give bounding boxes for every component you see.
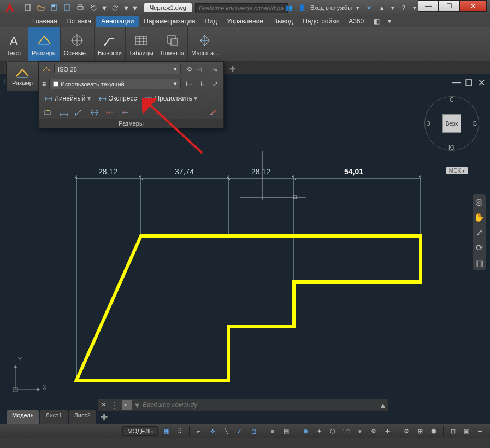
osnap-icon[interactable]: ◻ [248, 426, 259, 437]
dim-express-tool[interactable]: Экспресс [96, 93, 139, 103]
maximize-button[interactable]: ☐ [439, 0, 459, 12]
dimtool-5-icon[interactable] [104, 108, 115, 117]
help-icon[interactable]: ? [399, 3, 409, 13]
centerline-icon [69, 32, 85, 49]
dim-baseline-icon[interactable]: ⊦⊦ [184, 79, 194, 89]
exchange-icon[interactable]: ✕ [364, 3, 374, 13]
ribbon-centerline-button[interactable]: Осевые... [61, 27, 95, 61]
menu-featured-icon[interactable]: ◧ [371, 17, 382, 25]
search-input[interactable] [195, 3, 288, 13]
lineweight-icon[interactable]: ≡ [267, 426, 278, 437]
command-input[interactable] [143, 401, 377, 409]
cmd-recent-icon[interactable]: ▴ [381, 400, 385, 410]
dimtool-6-icon[interactable] [120, 108, 131, 117]
hardware-icon[interactable]: ⬢ [428, 426, 439, 437]
dynamic-ucs-icon[interactable]: ⬡ [327, 426, 338, 437]
a360-dropdown-icon[interactable]: ▾ [390, 4, 395, 11]
status-model-space[interactable]: МОДЕЛЬ [122, 426, 158, 436]
model-tab-layout2[interactable]: Лист2 [69, 410, 96, 424]
menu-insert[interactable]: Вставка [62, 16, 97, 27]
menu-manage[interactable]: Управление [222, 16, 268, 27]
infocenter-icon[interactable]: 👥 [284, 3, 294, 13]
dimstyle-dropdown[interactable]: ISO-25▾ [54, 64, 181, 74]
dimension-side-button[interactable]: Размер [6, 62, 39, 91]
undo-dropdown-icon[interactable]: ▾ [102, 3, 107, 13]
monitor-icon[interactable]: ⊞ [415, 426, 426, 437]
grid-icon[interactable]: ▦ [161, 426, 172, 437]
document-tab[interactable]: Чертеж1.dwg [144, 3, 192, 12]
menu-parametric[interactable]: Параметризация [139, 16, 200, 27]
ribbon-markup-button[interactable]: Пометка [157, 27, 188, 61]
menu-a360[interactable]: A360 [344, 16, 369, 27]
annoscale-dropdown-icon[interactable]: ▾ [355, 426, 365, 437]
model-tab-layout1[interactable]: Лист1 [40, 410, 67, 424]
help-dropdown-icon[interactable]: ▾ [412, 4, 417, 11]
dim-oblique-icon[interactable]: ⤢ [210, 79, 220, 89]
ribbon-leader-button[interactable]: Выноски [95, 27, 126, 61]
dim-space-icon[interactable]: ⊩ [197, 79, 207, 89]
app-logo[interactable] [0, 0, 20, 15]
annovis-icon[interactable]: ⚙ [368, 426, 379, 437]
iso-icon[interactable]: ╲ [221, 426, 232, 437]
polar-icon[interactable]: ✛ [207, 426, 218, 437]
dimtool-1-icon[interactable] [43, 108, 54, 117]
ribbon-text-button[interactable]: A Текст [0, 27, 28, 61]
snap-icon[interactable]: ⠿ [174, 426, 185, 437]
annoscale-label[interactable]: 1:1 [341, 426, 352, 437]
cmd-handle-icon[interactable]: ⋮ [110, 400, 119, 410]
signin-icon[interactable]: 👤 [297, 3, 307, 13]
print-icon[interactable] [75, 3, 85, 13]
open-icon[interactable] [36, 3, 46, 13]
otrack-icon[interactable]: ∠ [234, 426, 245, 437]
signin-dropdown-icon[interactable]: ▾ [355, 4, 361, 11]
cmd-close-icon[interactable]: ✕ [101, 401, 107, 409]
menu-home[interactable]: Главная [27, 16, 62, 27]
ribbon-dimension-button[interactable]: Размеры [28, 27, 61, 61]
model-tab-model[interactable]: Модель [7, 410, 39, 424]
redo-dropdown-icon[interactable]: ▾ [123, 3, 129, 13]
leader-icon [102, 32, 118, 49]
redo-icon[interactable] [110, 3, 120, 13]
dim-update-icon[interactable]: ⟲ [184, 64, 194, 74]
menu-addins[interactable]: Надстройки [298, 16, 344, 27]
dim-break-icon[interactable]: ⊣⊢ [197, 64, 207, 74]
isolate-icon[interactable]: ⊡ [447, 426, 458, 437]
dimtool-4-icon[interactable] [89, 108, 100, 117]
dim-linear-tool[interactable]: Линейный ▾ [42, 93, 93, 103]
menu-view[interactable]: Вид [200, 16, 222, 27]
close-button[interactable]: ✕ [459, 0, 487, 12]
annoauto-icon[interactable]: ✚ [382, 426, 393, 437]
a360-icon[interactable]: ▲ [377, 3, 387, 13]
cleanscreen-icon[interactable]: ▣ [461, 426, 472, 437]
3dosnap-icon[interactable]: ✦ [314, 426, 324, 437]
undo-icon[interactable] [88, 3, 98, 13]
dropdown-panel-title: Размеры [39, 119, 223, 128]
customize-icon[interactable]: ☰ [475, 426, 486, 437]
menu-annotate[interactable]: Аннотации [96, 16, 139, 27]
ribbon-scale-button[interactable]: Масшта... [188, 27, 222, 61]
ucs-x-label: X [43, 384, 46, 391]
signin-label[interactable]: Вход в службы [310, 4, 352, 11]
file-tab-add[interactable]: ✚ [226, 63, 239, 74]
ortho-icon[interactable]: ⌐ [193, 426, 204, 437]
new-icon[interactable] [23, 3, 33, 13]
dimlayer-dropdown[interactable]: Использовать текущий▾ [49, 79, 181, 89]
save-icon[interactable] [49, 3, 59, 13]
menu-expand-icon[interactable]: ▾ [384, 17, 395, 25]
cycling-icon[interactable]: ⊕ [300, 426, 311, 437]
transparency-icon[interactable]: ▤ [281, 426, 292, 437]
minimize-button[interactable]: — [418, 0, 439, 12]
cmd-prompt-icon[interactable]: >_ [122, 400, 132, 410]
ribbon-table-button[interactable]: Таблицы [126, 27, 157, 61]
qat-customize-icon[interactable]: ▾ [132, 3, 138, 13]
menu-output[interactable]: Вывод [268, 16, 298, 27]
svg-rect-23 [47, 110, 49, 111]
dimtool-2-icon[interactable] [58, 108, 69, 117]
model-tab-add[interactable]: ✚ [97, 410, 111, 424]
dim-continue-tool[interactable]: Продолжить ▾ [142, 93, 199, 103]
dim-jog-icon[interactable]: ∿ [210, 64, 220, 74]
workspace-icon[interactable]: ⚙ [401, 426, 412, 437]
saveas-icon[interactable] [62, 3, 72, 13]
dimtool-7-icon[interactable] [208, 108, 219, 117]
dimtool-3-icon[interactable] [74, 108, 85, 117]
